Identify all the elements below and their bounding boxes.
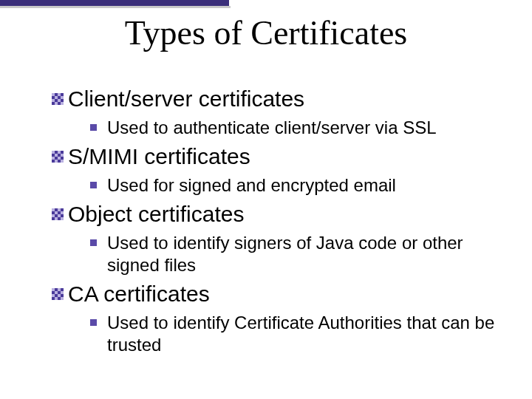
list-subitem-label: Used for signed and encrypted email (107, 174, 396, 197)
slide-title: Types of Certificates (0, 13, 532, 52)
list-item: CA certificates (52, 281, 502, 307)
square-bullet-icon (90, 182, 97, 188)
slide-body: Client/server certificates Used to authe… (52, 81, 502, 359)
square-bullet-icon (90, 319, 97, 326)
list-item-label: Object certificates (68, 201, 244, 228)
list-item-label: CA certificates (68, 281, 210, 307)
list-subitem-label: Used to identify Certificate Authorities… (107, 312, 502, 356)
square-bullet-icon (90, 239, 97, 246)
diamond-pattern-bullet-icon (52, 288, 64, 300)
list-item-label: S/MIMI certificates (68, 143, 250, 170)
decorative-top-bar-shadow (0, 6, 231, 8)
diamond-pattern-bullet-icon (52, 93, 64, 105)
list-subitem: Used to identify Certificate Authorities… (90, 312, 502, 356)
list-subitem-label: Used to authenticate client/server via S… (107, 117, 437, 139)
diamond-pattern-bullet-icon (52, 208, 64, 220)
list-subitem: Used to authenticate client/server via S… (90, 117, 502, 139)
list-item: S/MIMI certificates (52, 143, 502, 170)
list-item-label: Client/server certificates (68, 86, 304, 112)
diamond-pattern-bullet-icon (52, 151, 64, 163)
list-subitem: Used to identify signers of Java code or… (90, 232, 502, 276)
decorative-top-bar (0, 0, 229, 6)
list-item: Client/server certificates (52, 86, 502, 112)
square-bullet-icon (90, 124, 97, 131)
list-item: Object certificates (52, 201, 502, 228)
list-subitem: Used for signed and encrypted email (90, 174, 502, 197)
list-subitem-label: Used to identify signers of Java code or… (107, 232, 502, 276)
